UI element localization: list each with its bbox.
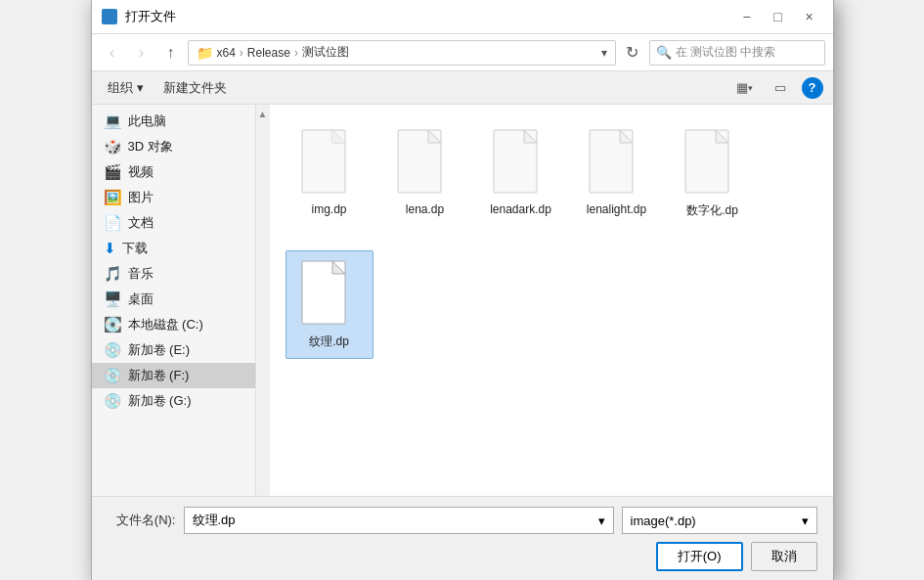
close-button[interactable]: × [796,7,823,26]
help-icon: ? [809,80,816,95]
file-svg-img-dp [300,128,355,195]
sidebar-item-music[interactable]: 🎵 音乐 [92,261,255,287]
view-toggle-button[interactable]: ▦ ▾ [731,77,759,99]
file-svg-wenli-dp [300,259,355,326]
main-content: 💻 此电脑 🎲 3D 对象 🎬 视频 🖼️ 图片 📄 文档 ⬇ 下载 [92,105,833,496]
view-pane-icon: ▭ [774,80,786,95]
sidebar-item-downloads[interactable]: ⬇ 下载 [92,236,255,261]
file-icon-lenadark-dp [492,128,550,199]
file-svg-shuzihua-dp [683,128,738,195]
filetype-chevron-icon: ▾ [802,513,809,528]
filename-value: 纹理.dp [193,512,236,529]
file-item-lena-dp[interactable]: lena.dp [381,120,469,227]
back-button[interactable]: ‹ [100,40,125,66]
title-bar: 打开文件 − □ × [92,0,833,34]
file-item-shuzihua-dp[interactable]: 数字化.dp [669,120,757,227]
music-icon: 🎵 [104,265,122,283]
maximize-button[interactable]: □ [765,7,792,26]
local-c-icon: 💽 [104,316,122,334]
file-name-shuzihua-dp: 数字化.dp [686,202,738,219]
filetype-select[interactable]: image(*.dp) ▾ [622,507,817,534]
breadcrumb-folder-icon: 📁 [197,45,213,61]
scroll-up-arrow[interactable]: ▲ [258,109,268,119]
breadcrumb-sep1: › [240,46,243,60]
scroll-indicator: ▲ [256,105,270,496]
music-label: 音乐 [128,265,154,283]
file-area: ▲ img.dp [256,105,833,496]
file-svg-lenadark-dp [492,128,547,195]
sidebar-item-desktop[interactable]: 🖥️ 桌面 [92,287,255,312]
vol-e-icon: 💿 [104,341,122,359]
help-button[interactable]: ? [802,77,823,99]
view-pane-button[interactable]: ▭ [767,77,794,99]
sidebar-item-vol-f[interactable]: 💿 新加卷 (F:) [92,363,255,388]
dialog-title: 打开文件 [125,8,176,25]
this-pc-icon: 💻 [104,112,122,130]
search-bar[interactable]: 🔍 在 测试位图 中搜索 [649,40,825,66]
breadcrumb-part1: x64 [217,46,236,60]
file-icon-lena-dp [396,128,455,199]
vol-f-label: 新加卷 (F:) [128,367,190,384]
3d-objects-label: 3D 对象 [128,138,173,156]
file-item-img-dp[interactable]: img.dp [286,120,374,227]
filename-input[interactable]: 纹理.dp ▾ [184,507,614,534]
open-button[interactable]: 打开(O) [656,542,743,571]
sidebar-item-pictures[interactable]: 🖼️ 图片 [92,185,255,210]
breadcrumb-part3: 测试位图 [302,44,349,61]
new-folder-button[interactable]: 新建文件夹 [157,77,233,99]
cancel-button[interactable]: 取消 [751,542,817,571]
file-icon-shuzihua-dp [683,128,742,199]
breadcrumb-bar[interactable]: 📁 x64 › Release › 测试位图 ▾ [188,40,616,66]
sidebar-item-videos[interactable]: 🎬 视频 [92,159,255,185]
file-name-lenadark-dp: lenadark.dp [490,202,551,216]
documents-icon: 📄 [104,214,122,232]
local-c-label: 本地磁盘 (C:) [128,316,203,334]
minimize-button[interactable]: − [733,7,761,26]
downloads-icon: ⬇ [104,240,116,257]
file-icon-wenli-dp [300,259,359,330]
file-grid: img.dp lena.dp [286,120,817,359]
file-svg-lenalight-dp [588,128,642,195]
button-row: 打开(O) 取消 [108,542,817,571]
nav-bar: ‹ › ↑ 📁 x64 › Release › 测试位图 ▾ ↻ 🔍 在 测试位… [92,34,833,71]
3d-objects-icon: 🎲 [104,138,122,156]
desktop-icon: 🖥️ [104,290,122,308]
new-folder-label: 新建文件夹 [163,79,227,97]
forward-button[interactable]: › [129,40,154,66]
open-file-dialog: 打开文件 − □ × ‹ › ↑ 📁 x64 › Release › 测试位图 … [91,0,834,580]
filetype-value: image(*.dp) [631,513,696,528]
title-bar-left: 打开文件 [102,8,176,25]
file-name-lena-dp: lena.dp [406,202,444,216]
vol-g-icon: 💿 [104,392,122,410]
filename-chevron-icon: ▾ [598,513,605,528]
file-icon-lenalight-dp [588,128,646,199]
view-chevron-icon: ▾ [748,83,753,93]
organize-button[interactable]: 组织 ▾ [102,77,150,99]
desktop-label: 桌面 [128,290,154,308]
this-pc-label: 此电脑 [128,112,166,130]
search-icon: 🔍 [656,45,672,60]
open-label: 打开(O) [678,548,722,565]
file-icon-img-dp [300,128,359,199]
organize-label: 组织 [108,79,133,97]
title-controls: − □ × [733,7,823,26]
file-name-lenalight-dp: lenalight.dp [587,202,646,216]
sidebar-item-local-c[interactable]: 💽 本地磁盘 (C:) [92,312,255,337]
file-item-wenli-dp[interactable]: 纹理.dp [286,250,374,359]
pictures-label: 图片 [128,189,154,206]
sidebar-item-vol-e[interactable]: 💿 新加卷 (E:) [92,337,255,363]
sidebar-item-documents[interactable]: 📄 文档 [92,210,255,236]
file-item-lenalight-dp[interactable]: lenalight.dp [573,120,661,227]
breadcrumb-part2: Release [247,46,290,60]
pictures-icon: 🖼️ [104,189,122,206]
file-svg-lena-dp [396,128,451,195]
sidebar-item-3d-objects[interactable]: 🎲 3D 对象 [92,134,255,159]
sidebar-item-this-pc[interactable]: 💻 此电脑 [92,109,255,134]
refresh-button[interactable]: ↻ [620,40,645,66]
up-button[interactable]: ↑ [158,40,184,66]
dialog-icon [102,9,117,24]
view-icon1: ▦ [736,80,748,95]
search-placeholder: 在 测试位图 中搜索 [676,44,776,61]
sidebar-item-vol-g[interactable]: 💿 新加卷 (G:) [92,388,255,414]
file-item-lenadark-dp[interactable]: lenadark.dp [477,120,565,227]
